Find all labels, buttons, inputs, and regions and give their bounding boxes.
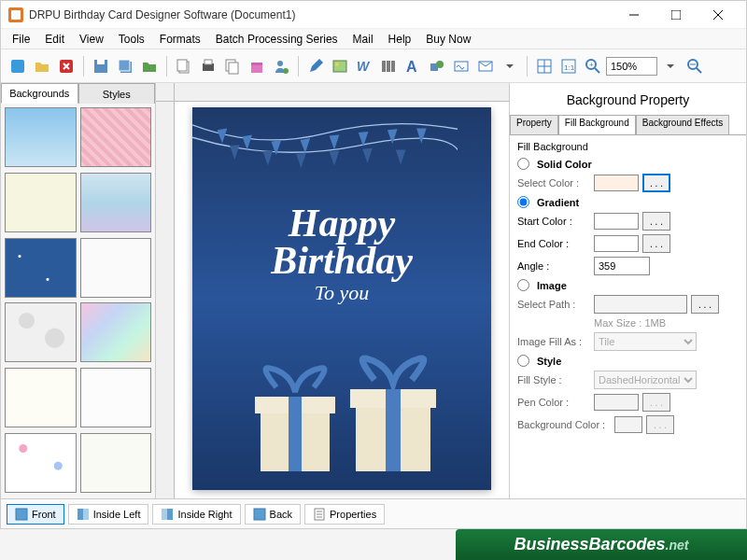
image-icon[interactable]	[329, 55, 351, 77]
zoom-dropdown-icon[interactable]	[659, 55, 682, 77]
menu-view[interactable]: View	[72, 31, 111, 48]
close-button[interactable]	[697, 1, 739, 29]
menu-formats[interactable]: Formats	[152, 31, 208, 48]
ruler-horizontal	[175, 83, 509, 102]
menu-mail[interactable]: Mail	[345, 31, 381, 48]
tab-background-effects[interactable]: Background Effects	[636, 115, 730, 134]
save-icon[interactable]	[90, 55, 112, 77]
bg-thumb[interactable]	[5, 238, 77, 298]
shape-icon[interactable]	[426, 55, 448, 77]
zoom-input[interactable]	[606, 57, 657, 76]
minimize-button[interactable]	[613, 1, 655, 29]
dropdown-icon[interactable]	[499, 55, 521, 77]
end-color-button[interactable]: . . .	[642, 234, 670, 253]
svg-rect-70	[162, 509, 167, 520]
zoom-in-icon[interactable]: +	[582, 55, 604, 77]
solid-radio[interactable]	[517, 158, 529, 170]
svg-rect-72	[254, 509, 265, 520]
print-preview-icon[interactable]	[221, 55, 244, 77]
tab-styles[interactable]: Styles	[78, 83, 156, 104]
solid-color-button[interactable]: . . .	[642, 174, 670, 192]
gradient-radio[interactable]	[517, 196, 529, 208]
page-inside-left[interactable]: Inside Left	[68, 504, 149, 525]
maximize-button[interactable]	[655, 1, 697, 29]
bg-thumb[interactable]	[80, 368, 152, 427]
bg-thumb[interactable]	[80, 433, 152, 493]
bg-thumb[interactable]	[5, 302, 77, 362]
delete-icon[interactable]	[55, 55, 78, 77]
menu-file[interactable]: File	[5, 31, 37, 48]
gift-icon[interactable]	[246, 55, 268, 77]
menu-help[interactable]: Help	[381, 31, 419, 48]
browse-button[interactable]: . . .	[691, 295, 719, 314]
menu-tools[interactable]: Tools	[111, 31, 152, 48]
menu-buy[interactable]: Buy Now	[418, 31, 478, 48]
fill-as-select: Tile	[594, 332, 697, 351]
style-radio[interactable]	[517, 355, 529, 367]
menubar: File Edit View Tools Formats Batch Proce…	[1, 29, 746, 49]
ruler-vertical	[156, 102, 175, 498]
svg-rect-68	[78, 509, 83, 520]
titlebar: DRPU Birthday Card Designer Software (Do…	[1, 1, 746, 29]
start-color-swatch[interactable]	[594, 213, 639, 230]
zoom-out-icon[interactable]	[684, 55, 706, 77]
path-input	[594, 295, 687, 314]
property-panel: Background Property Property Fill Backgr…	[509, 83, 746, 498]
new-icon[interactable]	[7, 55, 29, 77]
wordart-icon[interactable]: W	[353, 55, 375, 77]
signature-icon[interactable]	[450, 55, 472, 77]
card-canvas[interactable]: Happy Birthday To you	[192, 107, 491, 490]
actual-size-icon[interactable]: 1:1	[557, 55, 580, 77]
bg-thumb[interactable]	[80, 238, 152, 298]
svg-text:1:1: 1:1	[564, 63, 575, 72]
text-icon[interactable]: A	[402, 55, 424, 77]
menu-edit[interactable]: Edit	[37, 31, 72, 48]
mail-icon[interactable]	[474, 55, 497, 77]
export-icon[interactable]	[138, 55, 161, 77]
svg-text:A: A	[406, 59, 417, 75]
page-tabs: Front Inside Left Inside Right Back Prop…	[1, 498, 746, 528]
tab-fill-background[interactable]: Fill Background	[558, 115, 636, 134]
property-title: Background Property	[510, 83, 746, 115]
card-line3: To you	[192, 281, 491, 305]
footer-text-b: .net	[666, 538, 689, 553]
solid-color-swatch[interactable]	[594, 175, 639, 191]
tab-property[interactable]: Property	[510, 115, 558, 134]
page-back[interactable]: Back	[245, 504, 301, 525]
save-all-icon[interactable]	[114, 55, 136, 77]
bg-thumb[interactable]	[5, 368, 77, 427]
grid-icon[interactable]	[533, 55, 556, 77]
barcode-icon[interactable]	[377, 55, 400, 77]
print-icon[interactable]	[197, 55, 219, 77]
svg-point-21	[283, 68, 289, 74]
fill-as-label: Image Fill As :	[517, 336, 590, 347]
tab-backgrounds[interactable]: Backgrounds	[1, 83, 78, 104]
angle-input[interactable]	[594, 257, 650, 275]
page-icon	[15, 508, 28, 521]
bg-thumb[interactable]	[5, 107, 77, 167]
pen-color-button: . . .	[642, 393, 670, 412]
app-icon	[8, 7, 23, 22]
bg-thumb[interactable]	[5, 433, 77, 493]
menu-batch[interactable]: Batch Processing Series	[208, 31, 345, 48]
pen-icon[interactable]	[304, 55, 327, 77]
bg-thumb[interactable]	[5, 173, 77, 232]
start-color-button[interactable]: . . .	[642, 212, 670, 231]
image-radio[interactable]	[517, 279, 529, 291]
page-front[interactable]: Front	[7, 504, 64, 525]
window-title: DRPU Birthday Card Designer Software (Do…	[29, 8, 613, 21]
svg-marker-55	[230, 145, 240, 160]
end-color-swatch[interactable]	[594, 235, 639, 252]
page-properties[interactable]: Properties	[304, 504, 385, 525]
toolbar: W A 1:1 +	[1, 49, 746, 83]
bg-thumb[interactable]	[80, 107, 152, 167]
bg-thumb[interactable]	[80, 173, 152, 232]
svg-line-42	[595, 68, 599, 73]
open-icon[interactable]	[31, 55, 53, 77]
svg-point-23	[335, 63, 339, 66]
bg-thumb[interactable]	[80, 302, 152, 362]
gift-box-icon	[337, 350, 449, 481]
copy-icon[interactable]	[173, 55, 195, 77]
page-inside-right[interactable]: Inside Right	[152, 504, 240, 525]
add-user-icon[interactable]	[270, 55, 292, 77]
